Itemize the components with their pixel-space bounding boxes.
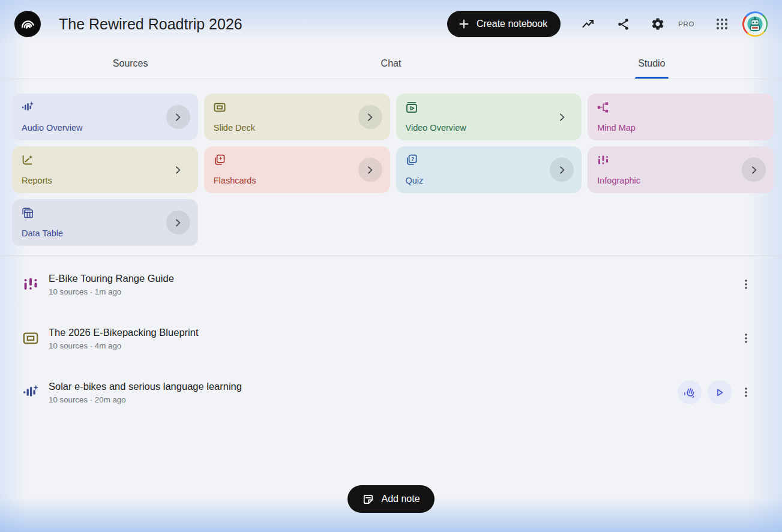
studio-card-flashcards[interactable]: Flashcards bbox=[204, 146, 390, 193]
artifact-row[interactable]: Solar e-bikes and serious language learn… bbox=[0, 365, 782, 419]
notebooklm-logo[interactable] bbox=[14, 11, 41, 37]
chevron-right-icon[interactable] bbox=[166, 105, 190, 129]
studio-card-video-overview[interactable]: Video Overview bbox=[396, 94, 582, 140]
create-notebook-label: Create notebook bbox=[477, 19, 547, 29]
svg-text:?: ? bbox=[411, 156, 414, 162]
data-table-icon bbox=[22, 207, 34, 219]
audio-overview-icon bbox=[22, 101, 34, 113]
add-note-button[interactable]: Add note bbox=[347, 485, 434, 513]
card-label: Reports bbox=[22, 176, 52, 185]
analytics-trending-up-icon[interactable] bbox=[581, 17, 595, 31]
slide-deck-icon bbox=[23, 330, 38, 346]
chevron-right-icon[interactable] bbox=[358, 158, 382, 182]
play-icon bbox=[714, 386, 726, 398]
artifact-text: E-Bike Touring Range Guide 10 sources · … bbox=[49, 273, 174, 296]
artifact-list: E-Bike Touring Range Guide 10 sources · … bbox=[0, 256, 782, 419]
artifact-meta: 10 sources · 4m ago bbox=[49, 341, 198, 350]
studio-card-infographic[interactable]: Infographic bbox=[588, 146, 774, 193]
reports-icon bbox=[22, 154, 34, 166]
card-label: Flashcards bbox=[214, 176, 256, 185]
artifact-meta: 10 sources · 1m ago bbox=[49, 287, 174, 296]
studio-card-reports[interactable]: Reports bbox=[12, 146, 198, 193]
pro-badge: PRO bbox=[678, 20, 694, 28]
note-icon bbox=[362, 493, 374, 506]
plus-icon bbox=[458, 18, 470, 30]
tab-studio[interactable]: Studio bbox=[522, 48, 782, 79]
share-icon[interactable] bbox=[616, 17, 630, 31]
video-overview-icon bbox=[406, 101, 418, 113]
chevron-right-icon[interactable] bbox=[550, 158, 574, 182]
studio-card-mind-map[interactable]: Mind Map bbox=[588, 94, 774, 140]
card-label: Data Table bbox=[22, 229, 63, 238]
card-label: Infographic bbox=[597, 176, 640, 185]
artifact-row[interactable]: The 2026 E-Bikepacking Blueprint 10 sour… bbox=[0, 311, 782, 365]
more-options-kebab-icon[interactable] bbox=[734, 326, 758, 350]
chevron-right-icon[interactable] bbox=[166, 211, 190, 235]
create-notebook-button[interactable]: Create notebook bbox=[447, 11, 561, 37]
artifact-actions bbox=[678, 380, 732, 404]
card-label: Mind Map bbox=[597, 123, 636, 133]
artifact-title: E-Bike Touring Range Guide bbox=[49, 273, 174, 284]
tab-chat[interactable]: Chat bbox=[260, 48, 521, 79]
card-label: Audio Overview bbox=[22, 123, 83, 133]
card-label: Slide Deck bbox=[214, 123, 255, 133]
interactive-mode-button[interactable] bbox=[678, 380, 702, 404]
flashcards-icon bbox=[214, 154, 226, 166]
header-actions: Create notebook PRO bbox=[447, 11, 768, 37]
notebook-title[interactable]: The Rewired Roadtrip 2026 bbox=[59, 16, 242, 33]
mind-map-icon bbox=[597, 101, 609, 113]
notebooklm-page: The Rewired Roadtrip 2026 Create noteboo… bbox=[0, 0, 782, 532]
card-label: Quiz bbox=[406, 176, 424, 185]
tab-sources[interactable]: Sources bbox=[0, 48, 260, 79]
infographic-icon bbox=[23, 276, 38, 292]
studio-card-grid: Audio Overview Slide Deck Video Overview… bbox=[0, 79, 782, 256]
artifact-row[interactable]: E-Bike Touring Range Guide 10 sources · … bbox=[0, 257, 782, 311]
more-options-kebab-icon[interactable] bbox=[734, 272, 758, 296]
apps-grid-icon[interactable] bbox=[715, 17, 729, 31]
studio-card-data-table[interactable]: Data Table bbox=[12, 199, 198, 246]
interactive-hand-icon bbox=[684, 386, 696, 399]
artifact-meta: 10 sources · 20m ago bbox=[49, 395, 242, 404]
studio-card-slide-deck[interactable]: Slide Deck bbox=[204, 94, 390, 140]
artifact-title: Solar e-bikes and serious language learn… bbox=[49, 381, 242, 392]
play-audio-button[interactable] bbox=[708, 380, 732, 404]
more-options-kebab-icon[interactable] bbox=[734, 380, 758, 404]
infographic-icon bbox=[597, 154, 609, 166]
artifact-title: The 2026 E-Bikepacking Blueprint bbox=[49, 327, 198, 338]
header: The Rewired Roadtrip 2026 Create noteboo… bbox=[0, 0, 782, 48]
tab-bar: Sources Chat Studio bbox=[0, 48, 782, 79]
artifact-text: The 2026 E-Bikepacking Blueprint 10 sour… bbox=[49, 327, 198, 350]
artifact-text: Solar e-bikes and serious language learn… bbox=[49, 381, 242, 404]
chevron-right-icon[interactable] bbox=[358, 105, 382, 129]
audio-overview-icon bbox=[23, 384, 38, 400]
studio-card-quiz[interactable]: ? Quiz bbox=[396, 146, 582, 193]
quiz-icon: ? bbox=[406, 154, 418, 166]
footer: Add note bbox=[0, 485, 782, 513]
slide-deck-icon bbox=[214, 101, 226, 113]
card-label: Video Overview bbox=[406, 123, 466, 133]
account-avatar[interactable] bbox=[742, 11, 768, 37]
chevron-right-icon[interactable] bbox=[166, 158, 190, 182]
avatar-robot-image bbox=[744, 13, 766, 35]
chevron-right-icon[interactable] bbox=[742, 158, 766, 182]
studio-card-audio-overview[interactable]: Audio Overview bbox=[12, 94, 198, 140]
add-note-label: Add note bbox=[381, 494, 420, 504]
settings-gear-icon[interactable] bbox=[651, 17, 665, 31]
chevron-right-icon[interactable] bbox=[550, 105, 574, 129]
